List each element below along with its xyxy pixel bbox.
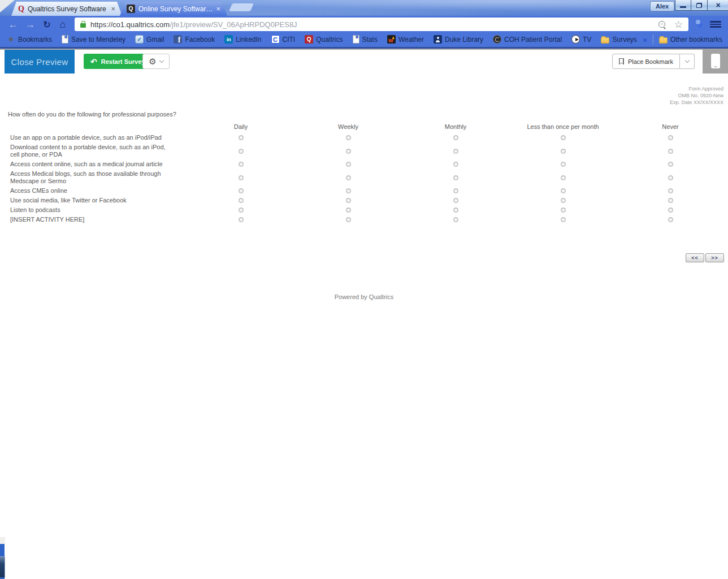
- bookmark-label: Gmail: [146, 36, 164, 44]
- radio-r8-c1[interactable]: [239, 217, 244, 222]
- radio-r1-c1[interactable]: [239, 135, 244, 140]
- matrix-column-header: Weekly: [294, 123, 402, 130]
- mobile-preview-panel[interactable]: [703, 49, 728, 74]
- minimize-button[interactable]: [675, 0, 691, 11]
- radio-r2-c4[interactable]: [561, 149, 566, 154]
- bookmark-weather[interactable]: Weather: [387, 35, 424, 44]
- bookmark-linkedin[interactable]: LinkedIn: [224, 35, 261, 44]
- radio-r3-c3[interactable]: [453, 162, 458, 167]
- radio-r4-c3[interactable]: [453, 175, 458, 180]
- radio-r4-c1[interactable]: [239, 175, 244, 180]
- radio-r1-c5[interactable]: [668, 135, 673, 140]
- radio-r3-c5[interactable]: [668, 162, 673, 167]
- radio-r5-c3[interactable]: [453, 188, 458, 193]
- radio-r3-c1[interactable]: [239, 162, 244, 167]
- bookmark-bookmarks[interactable]: Bookmarks: [7, 35, 52, 44]
- radio-r4-c5[interactable]: [668, 175, 673, 180]
- radio-r5-c1[interactable]: [239, 188, 244, 193]
- address-bar[interactable]: https://co1.qualtrics.com/jfe1/preview/S…: [75, 18, 688, 31]
- radio-r2-c5[interactable]: [668, 149, 673, 154]
- restart-survey-button[interactable]: ↶ Restart Survey: [84, 54, 151, 69]
- radio-r8-c2[interactable]: [346, 217, 351, 222]
- close-preview-button[interactable]: Close Preview: [5, 50, 75, 74]
- other-bookmarks-button[interactable]: Other bookmarks: [659, 36, 722, 44]
- bookmark-tv[interactable]: TV: [571, 35, 591, 44]
- matrix-cell: [509, 217, 617, 222]
- bookmark-star-icon[interactable]: ☆: [674, 20, 683, 29]
- radio-r7-c1[interactable]: [239, 208, 244, 213]
- new-tab-button[interactable]: [229, 3, 254, 11]
- matrix-cell: [509, 208, 617, 213]
- radio-r7-c4[interactable]: [561, 208, 566, 213]
- radio-r5-c5[interactable]: [668, 188, 673, 193]
- radio-r2-c3[interactable]: [453, 149, 458, 154]
- radio-r4-c4[interactable]: [561, 175, 566, 180]
- tab-close-icon[interactable]: ×: [111, 5, 115, 12]
- home-icon[interactable]: ⌂: [55, 16, 70, 33]
- matrix-cell: [294, 217, 402, 222]
- matrix-cell: [294, 198, 402, 203]
- tab-qualtrics-survey-software[interactable]: Q Qualtrics Survey Software ×: [11, 2, 122, 16]
- bookmark-duke-library[interactable]: Duke Library: [434, 35, 483, 44]
- radio-r6-c5[interactable]: [668, 198, 673, 203]
- bookmark-surveys[interactable]: Surveys: [601, 36, 636, 44]
- url-host: https://co1.qualtrics.com: [90, 20, 170, 29]
- bookmark-facebook[interactable]: Facebook: [174, 35, 215, 44]
- zoom-out-icon[interactable]: [658, 21, 665, 28]
- browser-toolbar: ← → ↻ ⌂ https://co1.qualtrics.com/jfe1/p…: [0, 16, 728, 33]
- radio-r8-c4[interactable]: [561, 217, 566, 222]
- bookmarks-overflow-chevron-icon[interactable]: »: [643, 35, 647, 44]
- radio-r6-c1[interactable]: [239, 198, 244, 203]
- menu-hamburger-icon[interactable]: [710, 21, 721, 28]
- extension-icon[interactable]: ◆: [693, 16, 707, 33]
- next-page-button[interactable]: >>: [705, 253, 724, 262]
- close-window-button[interactable]: ×: [708, 0, 728, 11]
- reload-icon[interactable]: ↻: [40, 16, 54, 33]
- tab-online-survey-software[interactable]: Q Online Survey Software | C ×: [120, 2, 227, 16]
- matrix-row: Access CMEs online: [0, 186, 728, 196]
- tv-icon: [571, 35, 580, 44]
- place-bookmark-group: Place Bookmark: [612, 54, 695, 69]
- form-approved-line: Form Approved: [670, 85, 723, 92]
- radio-r2-c1[interactable]: [239, 149, 244, 154]
- radio-r6-c2[interactable]: [346, 198, 351, 203]
- radio-r1-c2[interactable]: [346, 135, 351, 140]
- radio-r1-c3[interactable]: [453, 135, 458, 140]
- bookmark-qualtrics[interactable]: Qualtrics: [305, 35, 343, 44]
- bookmark-coh-patient-portal[interactable]: COH Patient Portal: [493, 35, 562, 44]
- previous-page-button[interactable]: <<: [686, 253, 704, 262]
- matrix-cell: [617, 162, 724, 167]
- bookmark-label: Weather: [398, 36, 424, 44]
- question-text: How often do you do the following for pr…: [8, 111, 176, 118]
- radio-r3-c2[interactable]: [346, 162, 351, 167]
- radio-r8-c5[interactable]: [668, 217, 673, 222]
- radio-r5-c2[interactable]: [346, 188, 351, 193]
- radio-r4-c2[interactable]: [346, 175, 351, 180]
- tab-close-icon[interactable]: ×: [216, 5, 220, 12]
- radio-r6-c4[interactable]: [561, 198, 566, 203]
- radio-r7-c5[interactable]: [668, 208, 673, 213]
- bookmark-citi[interactable]: CITI: [271, 35, 296, 44]
- bookmark-stats[interactable]: Stats: [353, 35, 378, 44]
- forward-icon[interactable]: →: [23, 16, 37, 33]
- radio-r1-c4[interactable]: [561, 135, 566, 140]
- bookmark-save-to-mendeley[interactable]: Save to Mendeley: [62, 35, 125, 44]
- radio-r3-c4[interactable]: [561, 162, 566, 167]
- matrix-cell: [509, 135, 617, 140]
- radio-r6-c3[interactable]: [453, 198, 458, 203]
- radio-r8-c3[interactable]: [453, 217, 458, 222]
- radio-r2-c2[interactable]: [346, 149, 351, 154]
- restore-button[interactable]: [691, 0, 708, 11]
- place-bookmark-dropdown-button[interactable]: [680, 54, 695, 69]
- radio-r7-c2[interactable]: [346, 208, 351, 213]
- matrix-row: Use an app on a portable device, such as…: [0, 133, 728, 142]
- matrix-row-label: [INSERT ACTIVITY HERE]: [8, 215, 187, 224]
- place-bookmark-button[interactable]: Place Bookmark: [612, 54, 680, 69]
- back-icon[interactable]: ←: [6, 16, 20, 33]
- preview-options-button[interactable]: ⚙: [142, 54, 170, 69]
- profile-button[interactable]: Alex: [650, 1, 674, 11]
- matrix-cell: [294, 188, 402, 193]
- bookmark-gmail[interactable]: Gmail: [135, 35, 164, 44]
- radio-r7-c3[interactable]: [453, 208, 458, 213]
- radio-r5-c4[interactable]: [561, 188, 566, 193]
